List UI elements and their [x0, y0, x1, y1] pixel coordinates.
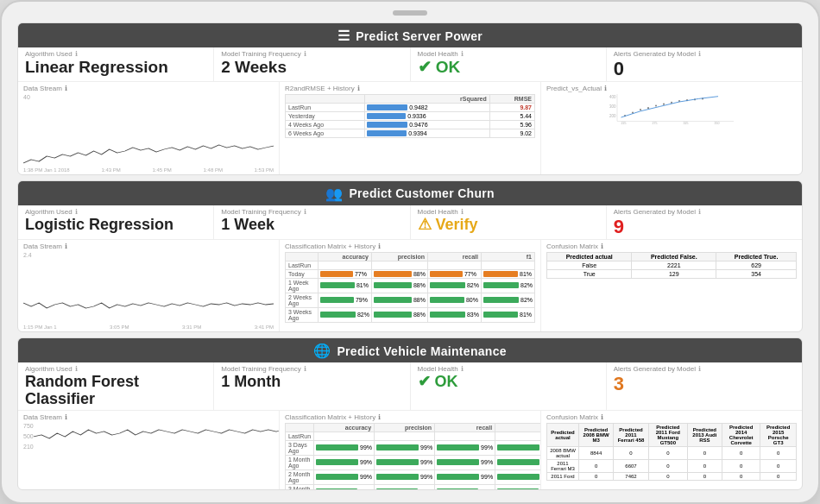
sparkline-yval-churn: 2.4 — [23, 252, 32, 258]
row-label: 1 Week Ago — [286, 278, 319, 293]
svg-point-7 — [663, 104, 665, 105]
svg-text:225: 225 — [621, 122, 627, 125]
info-icon-class-churn: ℹ — [378, 243, 381, 250]
kpi-health-churn: Model Health ℹ ⚠ Verify — [411, 205, 607, 239]
section-customer-churn: 👥 Predict Customer Churn Algorithm Used … — [17, 180, 803, 333]
section-header-server-power: ☰ Predict Server Power — [18, 23, 802, 47]
kpi-health-vehicle: Model Health ℹ ✔ OK — [411, 362, 607, 410]
kpi-label-algorithm-server: Algorithm Used ℹ — [25, 50, 206, 58]
dashboard: ☰ Predict Server Power Algorithm Used ℹ … — [17, 22, 803, 490]
kpi-value-algorithm-server: Linear Regression — [25, 59, 206, 77]
history-col-r2: rSquared — [365, 95, 490, 104]
kpi-freq-vehicle: Model Training Frequency ℹ 1 Month — [214, 362, 410, 410]
chart-label-sparkline-server: Data Stream ℹ — [23, 85, 274, 92]
svg-text:300: 300 — [609, 104, 616, 109]
section-title-vehicle: Predict Vehicle Maintenance — [337, 344, 506, 358]
row-label: LastRun — [286, 104, 365, 112]
info-icon-sparkline-churn: ℹ — [65, 243, 67, 250]
svg-point-5 — [647, 107, 649, 109]
row-label: 3 Days Ago — [286, 440, 314, 455]
table-row: Yesterday 0.9336 5.44 — [286, 112, 535, 121]
scatter-svg-server: 400 300 200 225 275 325 350 — [546, 94, 797, 125]
info-icon-health: ℹ — [461, 50, 464, 58]
table-row: 1 Month Ago 99% 99% 99% 99% — [286, 455, 542, 469]
kpi-algorithm-churn: Algorithm Used ℹ Logistic Regression — [18, 205, 214, 239]
class-table-vehicle: accuracy precision recall f1 LastRun — [285, 423, 541, 490]
table-row: 2011 Ford 0 7462 0 0 0 0 — [547, 472, 797, 480]
kpi-alerts-churn: Alerts Generated by Model ℹ 9 — [607, 205, 802, 239]
row-label: 3 Weeks Ago — [286, 307, 319, 322]
kpi-value-alerts-vehicle: 3 — [614, 374, 795, 394]
info-icon-alg: ℹ — [75, 50, 78, 58]
info-icon-history: ℹ — [357, 85, 360, 92]
sparkline-xaxis-server: 1:38 PM Jan 1 2018 1:43 PM 1:45 PM 1:48 … — [23, 167, 274, 173]
row-r2: 0.9476 — [365, 121, 490, 129]
chart-confusion-churn: Confusion Matrix ℹ Predicted actual Pred… — [541, 240, 802, 331]
kpi-label-freq-server: Model Training Frequency ℹ — [221, 50, 402, 58]
kpi-value-health-churn: ⚠ Verify — [418, 217, 599, 234]
info-icon-freq-churn: ℹ — [304, 208, 306, 216]
svg-text:200: 200 — [609, 114, 616, 118]
kpi-freq-churn: Model Training Frequency ℹ 1 Week — [214, 205, 410, 239]
kpi-value-alerts-churn: 9 — [614, 217, 795, 237]
row-r2: 0.9482 — [365, 104, 490, 112]
history-col-rmse: RMSE — [489, 95, 534, 104]
table-row: 3 Weeks Ago 82% 88% 83% 81% — [286, 307, 535, 322]
kpi-alerts-server: Alerts Generated by Model ℹ 0 — [607, 47, 802, 81]
sparkline-y1-vehicle: 750 — [23, 423, 34, 429]
row-label: 3 Month Ago — [286, 484, 314, 490]
svg-text:325: 325 — [684, 122, 689, 125]
kpi-algorithm-vehicle: Algorithm Used ℹ Random Forest Classifie… — [18, 362, 214, 410]
chart-scatter-server: Predict_vs_Actual ℹ — [541, 82, 802, 173]
row-label: 2 Weeks Ago — [286, 293, 319, 307]
svg-text:275: 275 — [653, 122, 658, 125]
section-body-server-power: Algorithm Used ℹ Linear Regression Model… — [18, 47, 802, 174]
table-row: LastRun — [286, 432, 542, 440]
kpi-value-health-server: ✔ OK — [418, 59, 599, 77]
sparkline-svg-server — [23, 139, 274, 167]
history-col-label — [286, 95, 365, 104]
table-row: 2 Weeks Ago 79% 88% 80% 82% — [286, 293, 535, 307]
sparkline-y2-vehicle: 500 — [23, 433, 34, 439]
table-row: False 2221 629 — [547, 261, 797, 269]
row-label: Today — [286, 269, 319, 278]
class-table-churn: accuracy precision recall f1 LastRun — [285, 252, 535, 323]
info-icon-health-vehicle: ℹ — [461, 365, 464, 373]
kpi-value-algorithm-vehicle: Random Forest Classifier — [25, 374, 206, 408]
table-row: 2011 Ferrari M3 0 6607 0 0 0 0 — [547, 459, 797, 472]
info-icon-class-vehicle: ℹ — [378, 413, 381, 421]
table-row: 3 Days Ago 99% 99% 99% 99% — [286, 440, 542, 455]
info-icon-freq: ℹ — [304, 50, 306, 58]
row-rmse: 5.44 — [489, 112, 534, 121]
section-body-churn: Algorithm Used ℹ Logistic Regression Mod… — [18, 205, 802, 332]
chart-label-scatter-server: Predict_vs_Actual ℹ — [546, 85, 797, 92]
kpi-value-alerts-server: 0 — [614, 59, 795, 79]
info-icon-alg-vehicle: ℹ — [75, 365, 78, 373]
sparkline-churn: 2.4 — [23, 252, 274, 324]
sparkline-svg-churn — [23, 296, 274, 324]
device-frame: ☰ Predict Server Power Algorithm Used ℹ … — [0, 0, 820, 504]
info-icon-confusion-vehicle: ℹ — [601, 413, 603, 421]
kpi-health-server: Model Health ℹ ✔ OK — [411, 47, 607, 81]
info-icon-freq-vehicle: ℹ — [304, 365, 306, 373]
section-title-churn: Predict Customer Churn — [349, 186, 494, 200]
row-rmse: 5.96 — [489, 121, 534, 129]
svg-text:350: 350 — [715, 122, 720, 125]
globe-icon: 🌐 — [313, 343, 331, 359]
table-row: Today 77% 88% 77% 81% — [286, 269, 535, 278]
info-icon-sparkline-vehicle: ℹ — [65, 413, 67, 421]
section-header-churn: 👥 Predict Customer Churn — [18, 181, 802, 205]
kpi-value-freq-vehicle: 1 Month — [221, 374, 402, 391]
history-table-server: rSquared RMSE LastRun 0.9482 9.87 — [285, 94, 535, 138]
svg-text:400: 400 — [609, 95, 616, 99]
row-label: 4 Weeks Ago — [286, 121, 365, 129]
info-icon-alerts-vehicle: ℹ — [698, 365, 701, 373]
row-label: 2 Month Ago — [286, 469, 314, 484]
info-icon-sparkline: ℹ — [65, 85, 67, 92]
table-row: LastRun 0.9482 9.87 — [286, 104, 535, 112]
table-row: 2008 BMW actual 8844 0 0 0 0 0 — [547, 446, 797, 459]
row-r2: 0.9394 — [365, 129, 490, 138]
chart-sparkline-vehicle: Data Stream ℹ 750 500 210 — [18, 411, 280, 490]
section-title-server-power: Predict Server Power — [356, 29, 483, 43]
people-icon: 👥 — [325, 186, 343, 202]
